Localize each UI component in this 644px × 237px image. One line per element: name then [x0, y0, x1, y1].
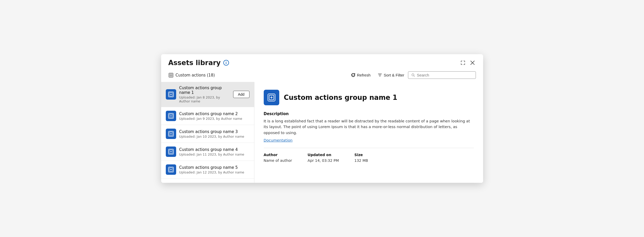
modal-container: Assets library i: [161, 54, 483, 183]
detail-size-label: Size: [354, 153, 368, 157]
modal-title: Assets library: [168, 59, 221, 67]
list-item[interactable]: Custom actions group name 3 Uploaded: Ja…: [161, 125, 254, 143]
list-item-meta: Uploaded: Jan 11 2023, by Author name: [179, 152, 249, 156]
documentation-link[interactable]: Documentation: [264, 138, 293, 142]
list-item-name: Custom actions group name 5: [179, 165, 249, 170]
detail-meta-row: Author Name of author Updated on Apr 14,…: [264, 153, 474, 163]
list-item-name: Custom actions group name 2: [179, 111, 249, 116]
list-item[interactable]: Custom actions group name 1 Uploaded: Ja…: [161, 82, 254, 107]
list-item-meta: Uploaded: Jan 9 2023, by Author name: [179, 117, 249, 121]
modal-header: Assets library i: [161, 54, 483, 69]
detail-header: Custom actions group name 1: [264, 90, 474, 105]
custom-action-icon: [168, 131, 174, 137]
refresh-button[interactable]: Refresh: [347, 71, 374, 79]
list-item[interactable]: Custom actions group name 5 Uploaded: Ja…: [161, 161, 254, 179]
search-box: [408, 71, 476, 79]
detail-description-label: Description: [264, 111, 474, 116]
detail-description-text: It is a long established fact that a rea…: [264, 118, 474, 136]
close-button[interactable]: [469, 59, 476, 66]
list-item-icon: [166, 129, 176, 139]
list-item-icon: [166, 164, 176, 175]
detail-author-value: Name of author: [264, 158, 292, 163]
list-item-text: Custom actions group name 1 Uploaded: Ja…: [179, 86, 230, 103]
custom-action-icon: [168, 166, 174, 173]
list-item-text: Custom actions group name 4 Uploaded: Ja…: [179, 147, 249, 156]
modal-title-area: Assets library i: [168, 59, 229, 67]
detail-divider: [264, 148, 474, 148]
search-icon: [411, 73, 415, 77]
list-item-text: Custom actions group name 3 Uploaded: Ja…: [179, 129, 249, 138]
list-item-icon: [166, 89, 176, 100]
list-item-icon: [166, 111, 176, 121]
custom-action-icon: [168, 113, 174, 119]
list-item[interactable]: Custom actions group name 4 Uploaded: Ja…: [161, 143, 254, 161]
custom-actions-icon: [168, 73, 174, 78]
close-icon: [470, 60, 475, 65]
info-icon[interactable]: i: [223, 60, 229, 66]
detail-title: Custom actions group name 1: [284, 94, 397, 101]
search-input[interactable]: [417, 73, 472, 77]
detail-size-col: Size 132 MB: [354, 153, 368, 163]
add-button[interactable]: Add: [233, 91, 249, 98]
detail-author-col: Author Name of author: [264, 153, 292, 163]
detail-updated-value: Apr 14, 03:32 PM: [307, 158, 339, 163]
list-item-text: Custom actions group name 2 Uploaded: Ja…: [179, 111, 249, 121]
list-panel: Custom actions group name 1 Uploaded: Ja…: [161, 82, 254, 183]
modal-header-actions: [459, 59, 476, 66]
detail-custom-action-icon: [267, 93, 276, 102]
custom-actions-label: Custom actions (18): [168, 73, 215, 78]
list-item-name: Custom actions group name 3: [179, 129, 249, 134]
detail-updated-col: Updated on Apr 14, 03:32 PM: [307, 153, 339, 163]
detail-updated-label: Updated on: [307, 153, 339, 157]
detail-author-label: Author: [264, 153, 292, 157]
detail-size-value: 132 MB: [354, 158, 368, 163]
filter-icon: [378, 73, 382, 77]
expand-icon: [460, 60, 466, 65]
list-item-name: Custom actions group name 1: [179, 86, 230, 95]
list-item-meta: Uploaded: Jan 8 2023, by Author name: [179, 95, 230, 103]
list-item-meta: Uploaded: Jan 10 2023, by Author name: [179, 135, 249, 138]
detail-panel: Custom actions group name 1 Description …: [254, 82, 483, 183]
list-item-name: Custom actions group name 4: [179, 147, 249, 152]
sort-filter-button[interactable]: Sort & Filter: [374, 71, 408, 79]
list-item-meta: Uploaded: Jan 12 2023, by Author name: [179, 170, 249, 174]
custom-action-icon: [168, 149, 174, 155]
list-item-text: Custom actions group name 5 Uploaded: Ja…: [179, 165, 249, 174]
custom-action-icon: [168, 91, 174, 97]
refresh-icon: [351, 73, 355, 77]
expand-button[interactable]: [459, 59, 467, 66]
toolbar: Custom actions (18) Refresh Sort & Filte…: [161, 69, 483, 82]
list-item[interactable]: Custom actions group name 2 Uploaded: Ja…: [161, 107, 254, 125]
detail-icon: [264, 90, 279, 105]
list-item-icon: [166, 147, 176, 157]
modal-body: Custom actions group name 1 Uploaded: Ja…: [161, 82, 483, 183]
